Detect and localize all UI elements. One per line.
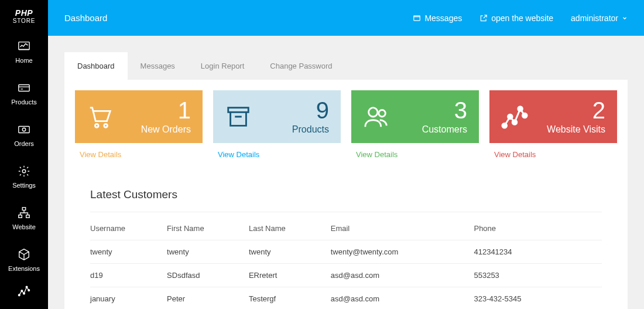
content: Dashboard Messages Login Report Change P… [48,36,644,309]
card-customers: 3Customers View Details [351,90,479,169]
card-label: New Orders [114,124,191,135]
sidebar-item-label: Orders [14,140,34,147]
logo: PHP STORE [0,0,48,31]
table-row: d19SDsdfasdERretertasd@asd.com553253 [90,264,602,287]
svg-rect-16 [228,108,249,113]
chart-icon [17,284,31,297]
tab-login-report[interactable]: Login Report [188,52,257,80]
card-icon [17,82,31,94]
stat-cards: 1New Orders View Details 9Products View … [75,90,617,169]
sidebar: PHP STORE Home Products Orders Settings … [0,0,48,309]
col-email: Email [331,212,474,240]
external-link-icon [479,14,488,22]
topbar-label: open the website [491,13,553,23]
svg-rect-5 [22,208,26,210]
svg-point-21 [512,120,517,125]
card-products: 9Products View Details [213,90,341,169]
card-link[interactable]: View Details [213,143,264,169]
card-website-visits: 2Website Visits View Details [489,90,617,169]
message-icon [413,14,421,22]
svg-point-11 [26,286,28,288]
svg-point-4 [22,169,26,173]
col-lastname: Last Name [249,212,331,240]
svg-point-14 [95,124,98,127]
svg-point-17 [369,108,378,117]
gear-icon [17,165,31,178]
sidebar-item-label: Products [11,99,36,106]
sitemap-icon [17,206,31,219]
topbar-open-website[interactable]: open the website [479,13,553,23]
topbar-user-label: administrator [571,13,618,23]
cube-icon [17,248,31,261]
tab-change-password[interactable]: Change Password [257,52,345,80]
svg-point-18 [379,110,386,117]
card-number: 2 [528,99,605,122]
cart-icon [87,103,114,130]
analytics-icon [17,40,31,53]
tab-dashboard[interactable]: Dashboard [64,52,128,80]
customers-table: Username First Name Last Name Email Phon… [90,212,602,309]
tabs: Dashboard Messages Login Report Change P… [64,52,628,80]
sidebar-item-website[interactable]: Website [0,198,48,239]
archive-icon [225,103,252,130]
sidebar-item-label: Website [12,223,36,230]
card-link[interactable]: View Details [351,143,402,169]
col-username: Username [90,212,167,240]
card-link[interactable]: View Details [75,143,126,169]
card-number: 3 [390,99,467,122]
card-link[interactable]: View Details [489,143,540,169]
sidebar-item-orders[interactable]: Orders [0,114,48,156]
chart-line-icon [501,103,528,130]
topbar-messages[interactable]: Messages [413,13,462,23]
sidebar-item-stats[interactable] [0,281,48,304]
svg-point-12 [28,289,30,291]
tab-panel: 1New Orders View Details 9Products View … [64,80,628,309]
svg-rect-7 [26,215,29,218]
topbar-user-menu[interactable]: administrator [571,13,628,23]
svg-point-15 [104,124,108,127]
sidebar-item-home[interactable]: Home [0,31,48,73]
table-row: twentytwentytwentytwenty@twenty.com41234… [90,240,602,264]
sidebar-item-extensions[interactable]: Extensions [0,239,48,281]
svg-rect-2 [19,127,29,133]
page-title: Dashboard [64,13,107,23]
svg-point-9 [21,290,23,291]
users-icon [363,103,390,130]
sidebar-item-products[interactable]: Products [0,73,48,114]
tab-messages[interactable]: Messages [128,52,188,80]
logo-line2: STORE [0,18,48,24]
col-firstname: First Name [167,212,249,240]
svg-rect-1 [19,85,29,91]
card-number: 1 [114,99,191,122]
svg-point-20 [508,114,513,119]
svg-point-22 [518,107,523,111]
svg-rect-6 [19,215,22,218]
sidebar-item-label: Extensions [8,265,40,272]
logo-line1: PHP [0,8,48,18]
svg-point-10 [23,293,25,294]
svg-point-19 [502,124,507,128]
card-label: Website Visits [528,124,605,135]
table-row: januaryPeterTestergfasd@asd.com323-432-5… [90,287,602,310]
money-icon [17,123,31,136]
svg-point-8 [18,294,20,296]
card-label: Customers [390,124,467,135]
sidebar-item-settings[interactable]: Settings [0,156,48,198]
table-header-row: Username First Name Last Name Email Phon… [90,212,602,240]
latest-customers-section: Latest Customers Username First Name Las… [75,175,617,309]
svg-point-23 [522,113,527,118]
col-phone: Phone [474,212,602,240]
card-label: Products [252,124,329,135]
topbar: Dashboard Messages open the website admi… [48,0,644,36]
card-new-orders: 1New Orders View Details [75,90,203,169]
chevron-down-icon [622,15,628,21]
sidebar-item-label: Settings [12,182,36,189]
card-number: 9 [252,99,329,122]
section-title: Latest Customers [90,188,602,212]
svg-point-3 [22,128,26,131]
sidebar-item-label: Home [15,57,32,64]
topbar-label: Messages [424,13,462,23]
